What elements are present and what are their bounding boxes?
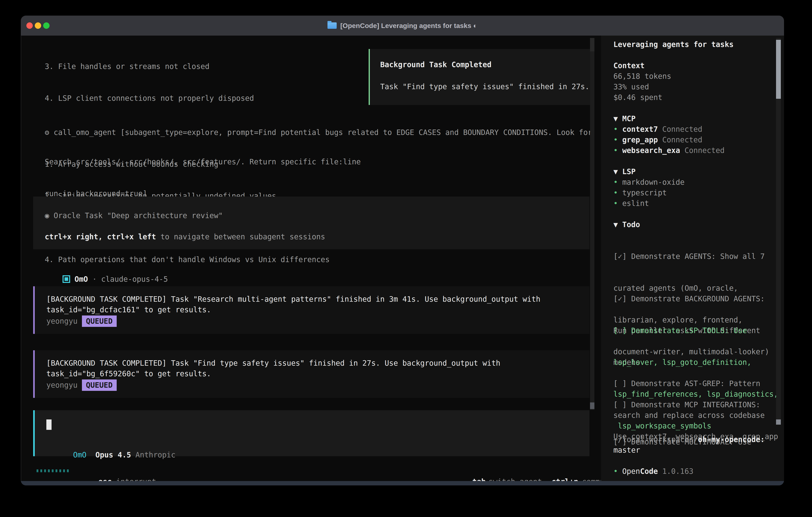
background-task-toast: Background Task Completed Task "Find typ… (369, 49, 592, 105)
message-line: [BACKGROUND TASK COMPLETED] Task "Resear… (46, 294, 541, 304)
context-spent: $0.46 spent (613, 92, 662, 103)
lsp-section-header[interactable]: ▼LSP (613, 166, 636, 177)
tool-call-line: 1. Array access without bounds checking (45, 159, 592, 169)
mcp-item: •grep_appConnected (613, 135, 702, 145)
status-dot-icon: • (613, 136, 618, 144)
output-line: 4. LSP client connections not properly d… (45, 93, 361, 104)
workspace-branch: master (613, 445, 640, 456)
collapse-triangle-icon: ▼ (613, 167, 618, 176)
main-scrollbar-thumb[interactable] (590, 403, 594, 409)
todo-section-header[interactable]: ▼Todo (613, 219, 640, 230)
toast-body: Task "Find type safety issues" finished … (380, 81, 589, 92)
workspace-path: ~/local-workspaces/oh-my-opencode: (613, 434, 765, 445)
status-dot-icon: • (613, 125, 618, 134)
agent-model: claude-opus-4-5 (101, 275, 168, 283)
lsp-item: •typescript (613, 188, 667, 198)
status-dot-icon: • (613, 189, 618, 197)
sidebar-scrollbar-thumb-lower[interactable] (776, 419, 781, 425)
session-sidebar: Leveraging agents for tasks Context 66,5… (601, 35, 784, 481)
close-button[interactable] (26, 22, 33, 29)
background-task-message: [BACKGROUND TASK COMPLETED] Task "Resear… (33, 286, 589, 334)
status-dot-icon: • (613, 178, 618, 187)
username: yeongyu (46, 381, 78, 389)
oracle-task-box: ◉ Oracle Task "Deep architecture review"… (33, 196, 589, 249)
background-task-message: [BACKGROUND TASK COMPLETED] Task "Find t… (33, 350, 589, 398)
spinner-dots (36, 469, 71, 473)
text-cursor (46, 419, 52, 430)
version-row: •OpenCode1.0.163 (613, 466, 693, 477)
mcp-item: •websearch_exaConnected (613, 145, 724, 156)
keybind-text: ctrl+x right, ctrl+x left (45, 233, 156, 241)
collapse-triangle-icon: ▼ (613, 114, 618, 123)
output-line: 3. File handles or streams not closed (45, 61, 361, 72)
window-title: [OpenCode] Leveraging agents for tasks ◐ (340, 22, 477, 30)
session-title: Leveraging agents for tasks (613, 39, 733, 50)
minimize-button[interactable] (35, 22, 41, 29)
agent-name: OmO (75, 275, 88, 283)
message-footer: yeongyuQUEUED (46, 379, 117, 391)
lsp-item: •eslint (613, 198, 649, 209)
titlebar[interactable]: [OpenCode] Leveraging agents for tasks ◐ (21, 16, 784, 35)
context-used: 33% used (613, 82, 649, 92)
sidebar-scrollbar-thumb[interactable] (776, 40, 781, 99)
message-line: task_id="bg_6f59260c" to get results. (46, 369, 211, 379)
toast-title: Background Task Completed (380, 59, 492, 70)
status-dot-icon: • (613, 199, 618, 208)
queued-badge: QUEUED (82, 379, 117, 391)
tool-call-line1: ⚙ call_omo_agent [subagent_type=explore,… (45, 127, 592, 138)
collapse-triangle-icon: ▼ (613, 220, 618, 229)
oracle-hint-row: ctrl+x right, ctrl+x left to navigate be… (45, 232, 325, 242)
mcp-section-header[interactable]: ▼MCP (613, 113, 636, 124)
separator-dot: · (92, 275, 97, 283)
provider-label: Anthropic (136, 451, 175, 459)
agent-icon (62, 275, 70, 283)
context-header: Context (613, 60, 644, 71)
queued-badge: QUEUED (82, 316, 117, 327)
zoom-button[interactable] (43, 22, 50, 29)
message-footer: yeongyuQUEUED (46, 316, 117, 327)
prompt-input[interactable]: OmOOpus 4.5Anthropic (33, 410, 589, 456)
message-line: task_id="bg_dcfac161" to get results. (46, 304, 211, 315)
main-scrollbar[interactable] (590, 38, 594, 410)
message-line: [BACKGROUND TASK COMPLETED] Task "Find t… (46, 358, 500, 369)
username: yeongyu (46, 317, 78, 325)
oracle-task-title-row: ◉ Oracle Task "Deep architecture review" (45, 210, 223, 221)
model-label: Opus 4.5 (95, 451, 131, 459)
sidebar-scrollbar[interactable] (776, 38, 781, 422)
window-bottom-edge (21, 481, 784, 485)
gear-icon: ⚙ (45, 128, 49, 137)
status-dot-icon: • (613, 146, 618, 155)
lsp-item: •markdown-oxide (613, 177, 685, 188)
folder-icon (327, 22, 337, 29)
main-scrollbar-top-segment[interactable] (590, 38, 594, 51)
context-tokens: 66,518 tokens (613, 71, 671, 82)
terminal-window: [OpenCode] Leveraging agents for tasks ◐… (21, 16, 784, 485)
agent-name: OmO (73, 451, 87, 459)
mcp-item: •context7Connected (613, 124, 702, 135)
record-icon: ◉ (45, 211, 49, 220)
status-dot-icon: • (613, 467, 618, 475)
